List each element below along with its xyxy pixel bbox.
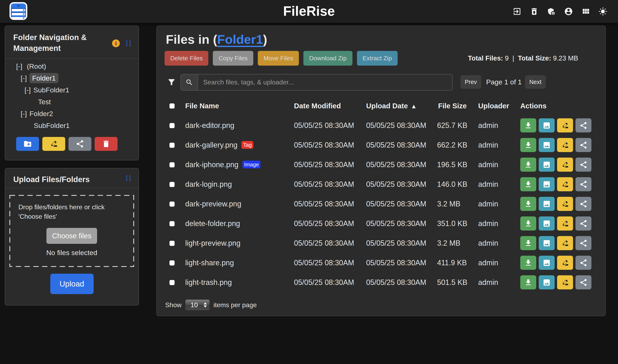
download-file-button[interactable]: [520, 177, 536, 191]
column-upload-date[interactable]: Upload Date▲: [366, 96, 417, 116]
file-name[interactable]: light-trash.png: [185, 273, 232, 292]
delete-files-button[interactable]: Delete Files: [165, 51, 208, 65]
file-name[interactable]: dark-editor.png: [185, 116, 234, 135]
next-page-button[interactable]: Next: [525, 75, 546, 89]
rename-folder-button[interactable]: [42, 137, 65, 151]
download-file-button[interactable]: [520, 256, 536, 270]
items-per-page-select[interactable]: 10: [185, 299, 210, 311]
share-file-button[interactable]: [576, 177, 592, 191]
share-file-button[interactable]: [576, 138, 592, 152]
share-file-button[interactable]: [576, 236, 592, 250]
row-checkbox[interactable]: [170, 123, 175, 128]
row-checkbox[interactable]: [170, 202, 175, 207]
rename-file-button[interactable]: [557, 138, 573, 152]
copy-files-button[interactable]: Copy Files: [213, 51, 253, 65]
preview-image-button[interactable]: [539, 138, 555, 152]
move-files-button[interactable]: Move Files: [258, 51, 299, 65]
file-name[interactable]: dark-login.png: [185, 175, 232, 194]
share-file-button[interactable]: [576, 275, 592, 289]
file-name[interactable]: delete-folder.png: [185, 214, 240, 234]
download-file-button[interactable]: [520, 236, 536, 250]
account-circle-icon[interactable]: [564, 7, 573, 16]
file-dropzone[interactable]: Drop files/folders here or click 'Choose…: [9, 195, 134, 267]
download-file-button[interactable]: [520, 197, 536, 211]
rename-file-button[interactable]: [557, 157, 573, 172]
admin-shield-icon[interactable]: [547, 7, 556, 16]
tree-folder-label[interactable]: SubFolder1: [34, 122, 70, 129]
folder-tree-item[interactable]: SubFolder1: [5, 119, 139, 131]
light-mode-icon[interactable]: [598, 7, 607, 16]
tree-folder-label[interactable]: Test: [38, 98, 51, 106]
row-checkbox[interactable]: [170, 241, 175, 246]
file-name[interactable]: light-share.png: [185, 253, 234, 273]
prev-page-button[interactable]: Prev: [460, 75, 481, 89]
folder-link[interactable]: Folder1: [217, 32, 263, 46]
delete-folder-button[interactable]: [95, 137, 118, 151]
tree-toggle[interactable]: [-]: [21, 74, 27, 82]
drag-handle-icon[interactable]: [126, 175, 131, 181]
share-file-button[interactable]: [576, 256, 592, 270]
column-file-name[interactable]: File Name: [185, 96, 219, 116]
download-file-button[interactable]: [520, 275, 536, 289]
preview-image-button[interactable]: [539, 256, 555, 270]
search-input[interactable]: [198, 74, 452, 90]
file-name[interactable]: dark-iphone.pngImage: [185, 155, 261, 175]
file-name[interactable]: dark-gallery.pngTag: [185, 135, 253, 155]
rename-file-button[interactable]: [557, 177, 573, 191]
extract-zip-button[interactable]: Extract Zip: [357, 51, 398, 65]
share-file-button[interactable]: [576, 197, 592, 211]
tree-toggle[interactable]: [-]: [16, 62, 22, 70]
row-checkbox[interactable]: [170, 221, 175, 226]
row-checkbox[interactable]: [170, 143, 175, 148]
preview-image-button[interactable]: [539, 275, 555, 289]
tree-folder-label[interactable]: (Root): [27, 62, 46, 70]
preview-image-button[interactable]: [539, 216, 555, 231]
share-file-button[interactable]: [576, 118, 592, 132]
folder-tree-item[interactable]: [-]SubFolder1: [5, 84, 139, 96]
share-folder-button[interactable]: [68, 137, 91, 151]
column-file-size[interactable]: File Size: [438, 96, 467, 116]
exit-to-app-icon[interactable]: [513, 7, 522, 16]
preview-image-button[interactable]: [539, 118, 555, 132]
restore-trash-icon[interactable]: [530, 7, 539, 16]
file-name[interactable]: dark-preview.png: [185, 194, 241, 214]
grid-view-icon[interactable]: [581, 7, 590, 16]
column-date-modified[interactable]: Date Modified: [294, 96, 341, 116]
select-all-checkbox[interactable]: [170, 104, 175, 108]
preview-image-button[interactable]: [539, 177, 555, 191]
download-file-button[interactable]: [520, 118, 536, 132]
folder-tree-item[interactable]: [-](Root): [5, 60, 139, 72]
share-file-button[interactable]: [576, 157, 592, 172]
preview-image-button[interactable]: [539, 157, 555, 172]
row-checkbox[interactable]: [170, 280, 175, 285]
filter-icon[interactable]: [167, 78, 176, 87]
rename-file-button[interactable]: [557, 236, 573, 250]
rename-file-button[interactable]: [557, 256, 573, 270]
rename-file-button[interactable]: [557, 197, 573, 211]
upload-button[interactable]: Upload: [50, 274, 94, 294]
preview-image-button[interactable]: [539, 197, 555, 211]
tree-folder-label[interactable]: Folder2: [29, 110, 53, 117]
row-checkbox[interactable]: [170, 182, 175, 187]
tree-folder-label[interactable]: Folder1: [29, 73, 58, 83]
file-name[interactable]: light-preview.png: [185, 234, 240, 253]
preview-image-button[interactable]: [539, 236, 555, 250]
column-uploader[interactable]: Uploader: [478, 96, 509, 116]
row-checkbox[interactable]: [170, 162, 175, 167]
folder-tree-item[interactable]: [-]Folder2: [5, 108, 139, 119]
download-zip-button[interactable]: Download Zip: [303, 51, 352, 65]
folder-tree-item[interactable]: Test: [5, 96, 139, 108]
download-file-button[interactable]: [520, 216, 536, 231]
rename-file-button[interactable]: [557, 275, 573, 289]
download-file-button[interactable]: [520, 157, 536, 172]
drag-handle-icon[interactable]: [126, 40, 131, 46]
download-file-button[interactable]: [520, 138, 536, 152]
row-checkbox[interactable]: [170, 260, 175, 265]
tree-toggle[interactable]: [-]: [21, 110, 27, 117]
tree-toggle[interactable]: [-]: [25, 86, 31, 94]
share-file-button[interactable]: [576, 216, 592, 231]
create-folder-button[interactable]: [16, 137, 39, 151]
folder-tree-item[interactable]: [-]Folder1: [5, 72, 139, 84]
rename-file-button[interactable]: [557, 216, 573, 231]
rename-file-button[interactable]: [557, 118, 573, 132]
